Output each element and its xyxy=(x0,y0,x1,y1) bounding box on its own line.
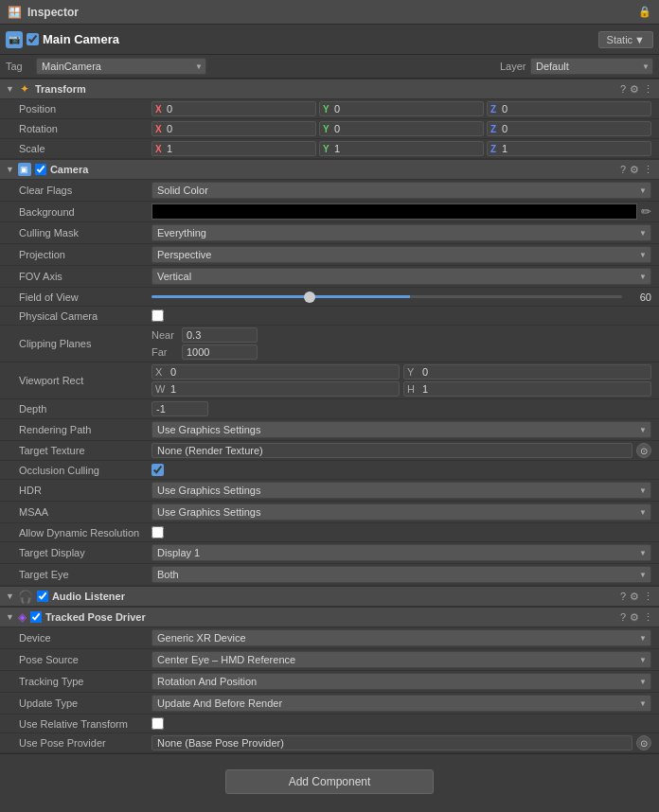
audio-settings-icon[interactable]: ⚙ xyxy=(630,591,639,603)
projection-label: Projection xyxy=(19,249,151,260)
far-input[interactable] xyxy=(182,344,258,360)
projection-dropdown[interactable]: Perspective xyxy=(151,246,651,263)
depth-input[interactable] xyxy=(151,401,208,416)
hdr-dropdown[interactable]: Use Graphics Settings xyxy=(151,482,651,499)
camera-icon: ▣ xyxy=(18,163,31,176)
physical-camera-value xyxy=(151,309,651,322)
allow-dynamic-checkbox[interactable] xyxy=(151,526,164,538)
audio-more-icon[interactable]: ⋮ xyxy=(643,591,653,603)
position-x: X0 xyxy=(151,101,316,116)
audio-enabled-checkbox[interactable] xyxy=(37,591,48,602)
rendering-path-row: Rendering Path Use Graphics Settings xyxy=(0,419,659,441)
use-pose-provider-row: Use Pose Provider None (Base Pose Provid… xyxy=(0,733,659,753)
tracked-section-header[interactable]: ▼ ◈ Tracked Pose Driver ? ⚙ ⋮ xyxy=(0,607,659,627)
camera-section-header[interactable]: ▼ ▣ Camera ? ⚙ ⋮ xyxy=(0,159,659,180)
viewport-x: X0 xyxy=(151,364,400,380)
pose-source-dropdown[interactable]: Center Eye – HMD Reference xyxy=(151,651,651,668)
transform-help-icon[interactable]: ? xyxy=(620,83,626,96)
background-color-swatch[interactable] xyxy=(151,203,637,220)
tracking-type-row: Tracking Type Rotation And Position xyxy=(0,671,659,693)
depth-value xyxy=(151,401,651,416)
clear-flags-dropdown-wrap: Solid Color xyxy=(151,182,651,199)
viewport-y: Y0 xyxy=(403,364,651,380)
target-texture-field: None (Render Texture) xyxy=(151,443,632,458)
layer-dropdown[interactable]: Default xyxy=(530,58,653,75)
field-of-view-slider[interactable] xyxy=(151,295,622,298)
tracked-content: Device Generic XR Device Pose Source Cen… xyxy=(0,627,659,753)
pose-source-label: Pose Source xyxy=(19,654,151,665)
rotation-label: Rotation xyxy=(19,123,151,134)
layer-label: Layer xyxy=(500,61,526,72)
depth-row: Depth xyxy=(0,399,659,419)
scale-z: Z1 xyxy=(487,141,651,156)
target-texture-value: None (Render Texture) ⊙ xyxy=(151,443,651,458)
viewport-wh: W1 H1 xyxy=(151,381,651,397)
pose-provider-field: None (Base Pose Provider) xyxy=(151,735,632,750)
tracked-help-icon[interactable]: ? xyxy=(620,611,626,624)
viewport-rect-value: X0 Y0 W1 H1 xyxy=(151,364,651,397)
audio-help-icon[interactable]: ? xyxy=(620,591,626,603)
rotation-y: Y0 xyxy=(319,121,484,136)
camera-help-icon[interactable]: ? xyxy=(620,164,626,176)
msaa-dropdown[interactable]: Use Graphics Settings xyxy=(151,503,651,521)
culling-mask-dropdown[interactable]: Everything xyxy=(151,224,651,241)
msaa-label: MSAA xyxy=(19,506,151,518)
near-input[interactable] xyxy=(182,327,258,343)
target-display-dropdown[interactable]: Display 1 xyxy=(151,544,651,561)
tag-dropdown-wrap: MainCamera xyxy=(36,58,206,75)
rotation-xyz: X0 Y0 Z0 xyxy=(151,121,651,136)
transform-settings-icon[interactable]: ⚙ xyxy=(630,83,639,96)
transform-arrow: ▼ xyxy=(6,84,14,94)
tracked-arrow: ▼ xyxy=(6,612,14,622)
pose-provider-picker-btn[interactable]: ⊙ xyxy=(636,735,651,750)
transform-more-icon[interactable]: ⋮ xyxy=(643,83,653,96)
use-relative-row: Use Relative Transform xyxy=(0,715,659,733)
eyedropper-icon[interactable]: ✏ xyxy=(641,204,651,219)
device-dropdown[interactable]: Generic XR Device xyxy=(151,629,651,646)
camera-settings-icon[interactable]: ⚙ xyxy=(630,164,639,176)
camera-enabled-checkbox[interactable] xyxy=(35,164,46,175)
position-label: Position xyxy=(19,103,151,115)
update-type-dropdown[interactable]: Update And Before Render xyxy=(151,695,651,712)
add-component-button[interactable]: Add Component xyxy=(225,769,434,794)
occlusion-culling-checkbox[interactable] xyxy=(151,464,164,476)
culling-mask-wrap: Everything xyxy=(151,224,651,241)
target-texture-picker-btn[interactable]: ⊙ xyxy=(636,443,651,458)
use-relative-checkbox[interactable] xyxy=(151,717,164,730)
rotation-x: X0 xyxy=(151,121,316,136)
field-of-view-value: 60 xyxy=(628,291,651,303)
rendering-path-dropdown[interactable]: Use Graphics Settings xyxy=(151,421,651,438)
scale-y: Y1 xyxy=(319,141,484,156)
scale-xyz: X1 Y1 Z1 xyxy=(151,141,651,156)
viewport-h: H1 xyxy=(403,381,651,397)
static-button[interactable]: Static ▼ xyxy=(598,31,653,48)
lock-icon[interactable]: 🔒 xyxy=(638,6,651,18)
transform-section-header[interactable]: ▼ ✦ Transform ? ⚙ ⋮ xyxy=(0,79,659,99)
clipping-planes-row: Clipping Planes Near Far xyxy=(0,326,659,362)
audio-section-header[interactable]: ▼ 🎧 Audio Listener ? ⚙ ⋮ xyxy=(0,586,659,607)
rotation-z: Z0 xyxy=(487,121,651,136)
camera-arrow: ▼ xyxy=(6,165,14,174)
use-pose-provider-label: Use Pose Provider xyxy=(19,737,151,749)
tracked-settings-icon[interactable]: ⚙ xyxy=(630,611,639,624)
object-active-checkbox[interactable] xyxy=(27,33,39,45)
device-wrap: Generic XR Device xyxy=(151,629,651,646)
update-type-wrap: Update And Before Render xyxy=(151,695,651,712)
clear-flags-dropdown[interactable]: Solid Color xyxy=(151,182,651,199)
tracked-icon: ◈ xyxy=(18,610,27,624)
target-display-label: Target Display xyxy=(19,547,151,558)
hdr-label: HDR xyxy=(19,485,151,496)
target-eye-dropdown[interactable]: Both xyxy=(151,566,651,583)
near-far-group: Near Far xyxy=(151,327,651,360)
tag-dropdown[interactable]: MainCamera xyxy=(36,58,206,75)
audio-actions: ? ⚙ ⋮ xyxy=(620,591,653,603)
viewport-rect-label: Viewport Rect xyxy=(19,375,151,386)
position-xyz: X0 Y0 Z0 xyxy=(151,101,651,116)
camera-more-icon[interactable]: ⋮ xyxy=(643,164,653,176)
fov-axis-dropdown[interactable]: Vertical xyxy=(151,268,651,285)
tracking-type-dropdown[interactable]: Rotation And Position xyxy=(151,673,651,690)
tracked-more-icon[interactable]: ⋮ xyxy=(643,611,653,624)
physical-camera-checkbox[interactable] xyxy=(151,309,164,322)
tracked-enabled-checkbox[interactable] xyxy=(30,611,42,623)
far-row: Far xyxy=(151,344,651,360)
